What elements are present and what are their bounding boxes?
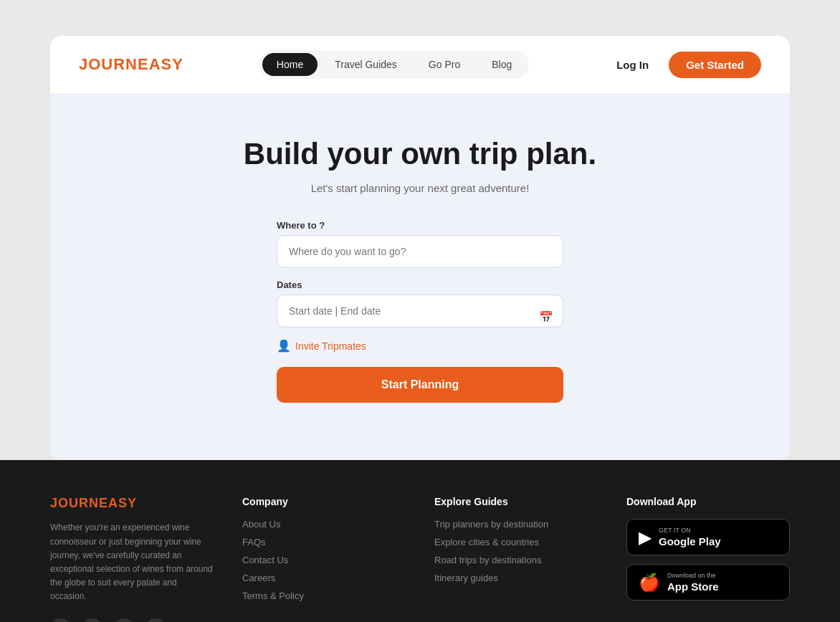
company-links: About Us FAQs Contact Us Careers Terms &…: [242, 519, 406, 601]
hero-section: Build your own trip plan. Let's start pl…: [50, 93, 790, 460]
google-play-name: Google Play: [659, 535, 721, 547]
nav-links: Home Travel Guides Go Pro Blog: [259, 50, 529, 79]
footer-download-col: Download App ▶ GET IT ON Google Play 🍎 D…: [626, 496, 790, 622]
footer-explore-col: Explore Guides Trip planners by destinat…: [434, 496, 598, 622]
where-label: Where to ?: [277, 220, 563, 231]
explore-links: Trip planners by destination Explore cit…: [434, 519, 598, 583]
footer-company-col: Company About Us FAQs Contact Us Careers…: [242, 496, 406, 622]
facebook-icon[interactable]: f: [50, 618, 72, 622]
footer-contact[interactable]: Contact Us: [242, 555, 406, 565]
footer-about[interactable]: About Us: [242, 519, 406, 530]
app-store-badge-inner: 🍎 Download on the App Store: [639, 572, 778, 593]
nav-actions: Log In Get Started: [605, 52, 761, 78]
dates-label: Dates: [277, 279, 563, 290]
footer-socials: f in ig ✕: [50, 618, 214, 622]
get-started-button[interactable]: Get Started: [669, 52, 761, 78]
hero-subtitle: Let's start planning your next great adv…: [311, 182, 530, 194]
company-col-title: Company: [242, 496, 406, 507]
app-store-name: App Store: [667, 580, 719, 593]
google-play-text: GET IT ON Google Play: [659, 527, 721, 547]
nav-travel-guides[interactable]: Travel Guides: [320, 53, 411, 76]
logo: JOURNEASY: [79, 55, 183, 74]
nav-go-pro[interactable]: Go Pro: [414, 53, 474, 76]
nav-home[interactable]: Home: [262, 53, 318, 76]
where-input[interactable]: [277, 235, 563, 268]
instagram-icon[interactable]: ig: [113, 618, 135, 622]
google-play-icon: ▶: [639, 527, 652, 547]
explore-col-title: Explore Guides: [434, 496, 598, 507]
footer-brand-col: JOURNEASY Whether you're an experienced …: [50, 496, 214, 622]
google-play-badge[interactable]: ▶ GET IT ON Google Play: [626, 519, 790, 555]
app-store-sub: Download on the: [667, 572, 719, 579]
footer-terms[interactable]: Terms & Policy: [242, 590, 406, 601]
footer-road-trips[interactable]: Road trips by destinations: [434, 555, 598, 565]
app-store-text: Download on the App Store: [667, 572, 719, 593]
invite-row[interactable]: 👤 Invite Tripmates: [277, 339, 563, 353]
invite-text: Invite Tripmates: [295, 340, 366, 352]
footer-description: Whether you're an experienced wine conno…: [50, 521, 214, 603]
start-planning-button[interactable]: Start Planning: [277, 367, 563, 403]
footer-logo: JOURNEASY: [50, 496, 214, 511]
footer: JOURNEASY Whether you're an experienced …: [0, 460, 840, 622]
footer-trip-planners[interactable]: Trip planners by destination: [434, 519, 598, 530]
app-store-badge[interactable]: 🍎 Download on the App Store: [626, 564, 790, 601]
footer-careers[interactable]: Careers: [242, 573, 406, 583]
google-play-sub: GET IT ON: [659, 527, 721, 534]
login-button[interactable]: Log In: [605, 53, 660, 77]
page-wrapper: JOURNEASY Home Travel Guides Go Pro Blog…: [0, 0, 840, 622]
dates-wrapper: 📅: [277, 295, 563, 339]
invite-icon: 👤: [277, 339, 291, 353]
navbar: JOURNEASY Home Travel Guides Go Pro Blog…: [50, 36, 790, 93]
download-col-title: Download App: [626, 496, 790, 507]
x-icon[interactable]: ✕: [145, 618, 166, 622]
google-play-badge-inner: ▶ GET IT ON Google Play: [639, 527, 778, 547]
footer-explore-cities[interactable]: Explore cities & countries: [434, 537, 598, 547]
nav-blog[interactable]: Blog: [477, 53, 526, 76]
dates-input[interactable]: [277, 295, 563, 327]
footer-faqs[interactable]: FAQs: [242, 537, 406, 547]
linkedin-icon[interactable]: in: [82, 618, 103, 622]
hero-title: Build your own trip plan.: [244, 136, 596, 172]
main-card: JOURNEASY Home Travel Guides Go Pro Blog…: [50, 36, 790, 460]
apple-icon: 🍎: [639, 573, 660, 593]
footer-itinerary[interactable]: Itinerary guides: [434, 573, 598, 583]
trip-form: Where to ? Dates 📅 👤 Invite Tripmates St…: [277, 220, 563, 403]
